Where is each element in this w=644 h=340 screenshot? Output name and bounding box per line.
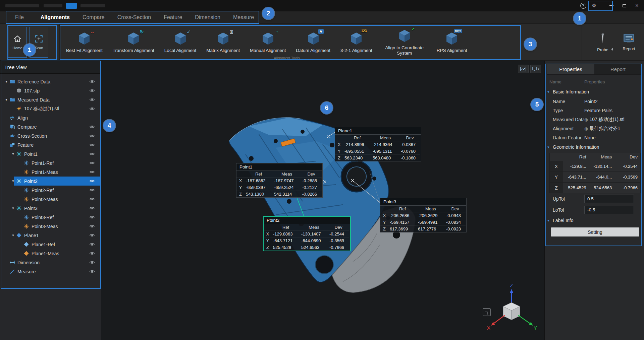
tree-item-compare[interactable]: Compare [0, 122, 101, 131]
transform-alignment-button[interactable]: ↻ Transform Alignment [108, 24, 159, 60]
tree-item-measured-data[interactable]: Measured Data [0, 95, 101, 104]
tab-report[interactable]: Report [594, 64, 642, 74]
visibility-eye-icon[interactable] [89, 133, 95, 139]
tree-item-point3-ref[interactable]: Point3-Ref [0, 213, 101, 222]
tree-item-reference-data[interactable]: Reference Data [0, 77, 101, 86]
uptol-row: UpTol [545, 193, 644, 204]
visibility-eye-icon[interactable] [89, 269, 95, 274]
section-basic-information[interactable]: Basic Information [545, 87, 644, 97]
tree-item-point1[interactable]: Point1 [0, 149, 101, 158]
tree-item-point2-meas[interactable]: Point2-Meas [0, 195, 101, 204]
plane-meas-icon [23, 251, 29, 256]
menu-file[interactable]: File [9, 11, 30, 24]
uptol-input[interactable] [584, 195, 634, 203]
matrix-alignment-button[interactable]: ⊞ Matrix Alignment [201, 24, 245, 60]
visibility-eye-icon[interactable] [89, 97, 95, 103]
visibility-eye-icon[interactable] [89, 232, 95, 238]
tree-item-cross-section[interactable]: Cross-Section [0, 131, 101, 140]
label-point1[interactable]: Point1 RefMeasDev X-187.6862-187.9747-0.… [236, 163, 323, 198]
datum-alignment-button[interactable]: A Datum Alignment [291, 24, 335, 60]
tree-item-feature[interactable]: Feature [0, 140, 101, 149]
tree-item-point3[interactable]: Point3 [0, 204, 101, 213]
label-plane1[interactable]: Plane1 RefMeasDev X-214.8996-214.9364-0.… [335, 127, 421, 161]
close-button[interactable]: × [633, 2, 641, 9]
label-point2-selected[interactable]: Point2 RefMeasDev X-129.8863-130.1407-0.… [263, 216, 351, 251]
expander-icon[interactable] [10, 179, 16, 183]
gear-icon[interactable]: ⚙ [592, 3, 596, 8]
visibility-eye-icon[interactable] [89, 178, 95, 184]
tree-item-point2[interactable]: Point2 [0, 177, 101, 186]
visibility-eye-icon[interactable] [89, 196, 95, 202]
report-button[interactable]: Report [618, 26, 640, 58]
scan-button[interactable]: Scan [30, 27, 48, 58]
rps-alignment-button[interactable]: RPS RPS Alignment [432, 24, 472, 60]
visibility-eye-icon[interactable] [89, 205, 95, 211]
visibility-eye-icon[interactable] [89, 251, 95, 256]
tree-item-plane1[interactable]: Plane1 [0, 231, 101, 240]
visibility-eye-icon[interactable] [89, 260, 95, 265]
tree-item-point3-meas[interactable]: Point3-Meas [0, 222, 101, 231]
plane-ref-icon [23, 242, 29, 247]
tree-item-plane1-meas[interactable]: Plane1-Meas [0, 249, 101, 258]
best-fit-alignment-button[interactable]: ↔ Best Fit Alignment [61, 24, 108, 60]
expander-icon[interactable] [10, 152, 16, 156]
section-geometric-information[interactable]: Geometric Information [545, 142, 644, 152]
3d-viewport[interactable]: Z X Y ▾ Plane1 RefMeasDev X-214.899 [101, 61, 544, 340]
property-row-datum-feature: Datum Featur...None [545, 133, 644, 142]
section-label-info[interactable]: Label Info [545, 215, 644, 225]
align-to-coordinate-system-button[interactable]: ↗ Align to Coordinate System [377, 24, 432, 60]
tree-item-point1-ref[interactable]: Point1-Ref [0, 158, 101, 167]
point-icon [16, 178, 22, 184]
point-ref-icon [23, 214, 29, 220]
label-point3[interactable]: Point3 RefMeasDev X-206.2686-206.3629-0.… [380, 198, 467, 232]
menu-dimension[interactable]: Dimension [189, 11, 227, 24]
render-mode-button[interactable] [518, 65, 529, 73]
manual-alignment-button[interactable]: ↑ Manual Alignment [245, 24, 291, 60]
menu-alignments[interactable]: Alignments [34, 11, 76, 24]
point-meas-icon [23, 169, 29, 175]
expander-icon[interactable] [10, 233, 16, 237]
visibility-eye-icon[interactable] [89, 214, 95, 220]
feature-icon [9, 142, 15, 148]
folder-icon [9, 97, 15, 103]
tree-item-107stp[interactable]: 107.stp [0, 86, 101, 95]
tree-item-point2-ref[interactable]: Point2-Ref [0, 186, 101, 195]
menu-measure[interactable]: Measure [227, 11, 260, 24]
tree-item-point1-meas[interactable]: Point1-Meas [0, 167, 101, 177]
tree-item-measure[interactable]: Measure [0, 267, 101, 276]
visibility-eye-icon[interactable] [89, 88, 95, 93]
expander-icon[interactable] [3, 79, 9, 84]
minimize-button[interactable] [608, 2, 615, 9]
local-alignment-button[interactable]: ✓ Local Alignment [159, 24, 201, 60]
home-button[interactable]: Home [8, 27, 27, 58]
maximize-button[interactable] [621, 2, 628, 9]
display-mode-button[interactable]: ▾ [530, 65, 541, 73]
probe-button[interactable]: Probe [592, 26, 614, 58]
help-icon[interactable]: ? [580, 3, 586, 9]
probe-report-group: Probe Report [582, 24, 644, 61]
expander-icon[interactable] [3, 97, 9, 102]
tree-item-dimension[interactable]: Dimension [0, 258, 101, 267]
visibility-eye-icon[interactable] [89, 169, 95, 175]
probe-dropdown-marker[interactable] [611, 48, 613, 51]
lotol-input[interactable] [584, 206, 634, 214]
visibility-eye-icon[interactable] [89, 106, 95, 112]
menu-feature[interactable]: Feature [157, 11, 189, 24]
visibility-eye-icon[interactable] [89, 187, 95, 193]
menu-cross-section[interactable]: Cross-Section [111, 11, 157, 24]
tree-item-107stl[interactable]: 107 移动过(1).stl [0, 104, 101, 113]
expander-icon[interactable] [10, 206, 16, 210]
tab-properties[interactable]: Properties [547, 64, 594, 74]
menu-compare[interactable]: Compare [76, 11, 111, 24]
visibility-eye-icon[interactable] [89, 79, 95, 84]
visibility-eye-icon[interactable] [89, 124, 95, 130]
setting-button[interactable]: Setting [551, 227, 639, 236]
visibility-eye-icon[interactable] [89, 223, 95, 229]
3-2-1-alignment-button[interactable]: 123 3-2-1 Alignment [335, 24, 377, 60]
visibility-eye-icon[interactable] [89, 160, 95, 166]
tree-item-plane1-ref[interactable]: Plane1-Ref [0, 240, 101, 249]
visibility-eye-icon[interactable] [89, 142, 95, 148]
visibility-eye-icon[interactable] [89, 242, 95, 247]
tree-item-align[interactable]: Align [0, 113, 101, 122]
visibility-eye-icon[interactable] [89, 151, 95, 157]
